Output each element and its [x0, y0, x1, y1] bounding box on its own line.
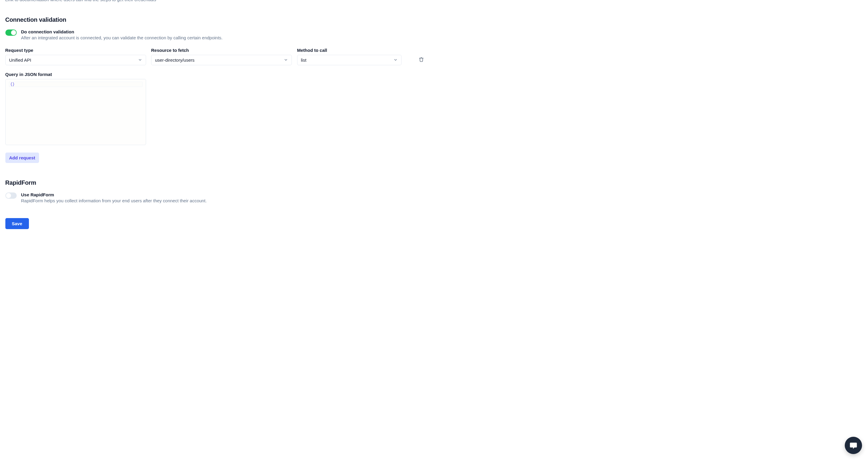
query-json-input[interactable]: {} [5, 79, 146, 145]
resource-to-fetch-select[interactable]: user-directory/users [151, 55, 292, 65]
rapidform-toggle[interactable] [5, 193, 17, 199]
request-type-select[interactable]: Unified API [5, 55, 146, 65]
connection-validation-title: Connection validation [5, 17, 429, 23]
delete-request-button[interactable] [417, 54, 426, 65]
connection-validation-toggle[interactable] [5, 30, 17, 36]
method-to-call-select[interactable]: list [297, 55, 402, 65]
method-to-call-label: Method to call [297, 48, 402, 53]
request-type-label: Request type [5, 48, 146, 53]
rapidform-toggle-desc: RapidForm helps you collect information … [21, 198, 207, 203]
resource-to-fetch-value: user-directory/users [155, 58, 195, 63]
chevron-down-icon [138, 58, 142, 62]
resource-to-fetch-label: Resource to fetch [151, 48, 292, 53]
add-request-button[interactable]: Add request [5, 153, 39, 163]
chevron-down-icon [394, 58, 398, 62]
partial-cutoff-text: Link to documentation where users can fi… [5, 0, 429, 2]
connection-validation-toggle-desc: After an integrated account is connected… [21, 35, 223, 40]
rapidform-title: RapidForm [5, 179, 429, 186]
request-type-value: Unified API [9, 58, 31, 63]
connection-validation-toggle-label: Do connection validation [21, 29, 223, 34]
chevron-down-icon [284, 58, 288, 62]
method-to-call-value: list [301, 58, 306, 63]
trash-icon [419, 57, 424, 62]
query-json-value: {} [10, 82, 14, 87]
query-json-label: Query in JSON format [5, 72, 52, 77]
rapidform-toggle-label: Use RapidForm [21, 192, 207, 197]
save-button[interactable]: Save [5, 218, 29, 229]
